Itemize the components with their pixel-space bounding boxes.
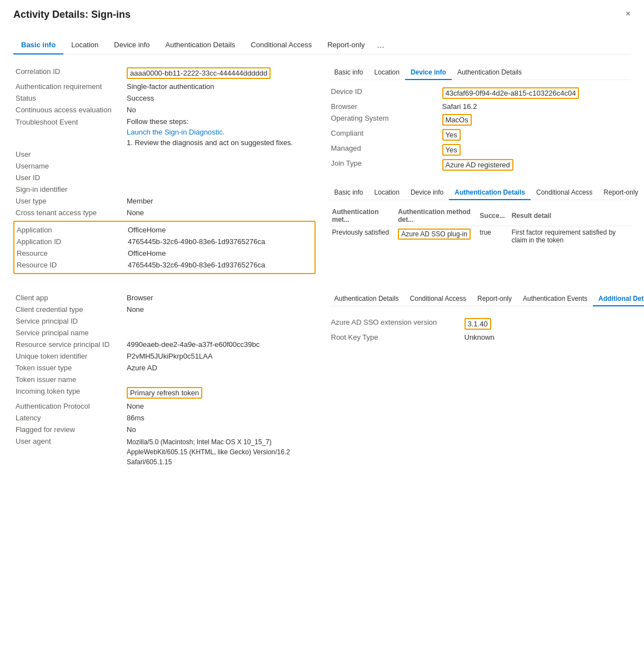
prop-value: Safari 16.2 [440, 101, 631, 112]
tab-authentication-details[interactable]: Authentication Details [158, 36, 243, 54]
left-column: Correlation ID aaaa0000-bb11-2222-33cc-4… [13, 66, 316, 274]
auth-detail-table: Authentication met... Authentication met… [329, 206, 631, 246]
table-row: Managed Yes [329, 142, 631, 157]
panel-title: Activity Details: Sign-ins [13, 9, 131, 21]
table-row: Previously satisfied Azure AD SSO plug-i… [329, 226, 631, 247]
prop-value: Mozilla/5.0 (Macintosh; Intel Mac OS X 1… [124, 435, 316, 469]
prop-label: Unique token identifier [13, 350, 124, 362]
prop-value [124, 327, 316, 339]
auth-sub-tab-auth-details[interactable]: Authentication Details [449, 186, 531, 200]
prop-value: 86ms [124, 412, 316, 424]
sub-tab-device-info[interactable]: Device info [405, 66, 452, 80]
prop-label: Azure AD SSO extension version [329, 316, 462, 331]
table-row: User [13, 148, 316, 160]
incoming-token-type-value: Primary refresh token [127, 387, 202, 399]
prop-label: Managed [329, 142, 440, 157]
table-row: Troubleshoot Event Follow these steps: L… [13, 116, 316, 148]
close-button[interactable]: × [626, 9, 631, 19]
auth-method-cell: Previously satisfied [329, 226, 395, 247]
add-sub-tab-additional-details[interactable]: Additional Details [593, 292, 644, 306]
tabs-more-button[interactable]: ... [377, 40, 384, 50]
tab-device-info[interactable]: Device info [106, 36, 157, 54]
prop-value: Azure AD registered [440, 157, 631, 172]
table-row: Resource ID 4765445b-32c6-49b0-83e6-1d93… [14, 259, 314, 271]
table-row: Latency 86ms [13, 412, 316, 424]
activity-details-panel: Activity Details: Sign-ins × Basic info … [0, 0, 644, 482]
table-row: User ID [13, 172, 316, 183]
bottom-section: Client app Browser Client credential typ… [13, 292, 631, 469]
prop-label: Root Key Type [329, 331, 462, 343]
prop-value [124, 315, 316, 327]
prop-value: Yes [440, 127, 631, 142]
auth-sub-tab-location[interactable]: Location [369, 186, 405, 200]
table-row: Token issuer type Azure AD [13, 362, 316, 374]
prop-value: aaaa0000-bb11-2222-33cc-444444dddddd [124, 66, 316, 81]
prop-value: 4990eaeb-dee2-4a9e-a37f-e60f00cc39bc [124, 339, 316, 350]
prop-label: User [13, 148, 124, 160]
col-header-auth-method-detail: Authentication method det... [395, 206, 476, 226]
device-info-table: Device ID 43cfaf69-0f94-4d2e-a815-c10322… [329, 86, 631, 172]
prop-label: Client app [13, 292, 124, 304]
table-row: Status Success [13, 92, 316, 104]
additional-details-panel: Azure AD SSO extension version 3.1.40 Ro… [329, 312, 631, 348]
table-row: Unique token identifier P2vMH5JUkiPkrp0c… [13, 350, 316, 362]
table-row: Incoming token type Primary refresh toke… [13, 385, 316, 400]
prop-label: Browser [329, 101, 440, 112]
table-row: Token issuer name [13, 374, 316, 385]
add-sub-tab-auth-details[interactable]: Authentication Details [329, 292, 405, 306]
prop-label: Authentication Protocol [13, 400, 124, 412]
table-row: Resource service principal ID 4990eaeb-d… [13, 339, 316, 350]
prop-value [124, 172, 316, 183]
prop-label: Sign-in identifier [13, 183, 124, 195]
col-header-success: Succe... [476, 206, 508, 226]
sub-tab-basic-info[interactable]: Basic info [329, 66, 369, 80]
right-column: Basic info Location Device info Authenti… [329, 66, 631, 274]
prop-label: Cross tenant access type [13, 207, 124, 219]
compliant-value: Yes [442, 129, 461, 141]
prop-label: Service principal ID [13, 315, 124, 327]
additional-details-table: Azure AD SSO extension version 3.1.40 Ro… [329, 316, 631, 343]
prop-value: Primary refresh token [124, 385, 316, 400]
prop-value: 4765445b-32c6-49b0-83e6-1d93765276ca [126, 259, 314, 271]
application-table: Application OfficeHome Application ID 47… [14, 224, 314, 271]
prop-label: Incoming token type [13, 385, 124, 400]
prop-label: Device ID [329, 86, 440, 101]
auth-sub-tab-report-only[interactable]: Report-only [598, 186, 643, 200]
additional-details-sub-tabs: Authentication Details Conditional Acces… [329, 292, 631, 306]
prop-value [124, 148, 316, 160]
prop-label: User agent [13, 435, 124, 469]
tab-report-only[interactable]: Report-only [319, 36, 372, 54]
success-cell: true [476, 226, 508, 247]
prop-value: OfficeHome [126, 247, 314, 259]
add-sub-tab-report-only[interactable]: Report-only [472, 292, 517, 306]
add-sub-tab-auth-events[interactable]: Authentication Events [517, 292, 593, 306]
prop-value: Yes [440, 142, 631, 157]
table-row: Cross tenant access type None [13, 207, 316, 219]
table-row: Device ID 43cfaf69-0f94-4d2e-a815-c10322… [329, 86, 631, 101]
sub-tab-auth-details[interactable]: Authentication Details [452, 66, 527, 80]
table-row: Service principal ID [13, 315, 316, 327]
sign-in-diagnostic-link[interactable]: Launch the Sign-in Diagnostic. [127, 128, 224, 136]
add-sub-tab-conditional[interactable]: Conditional Access [405, 292, 472, 306]
prop-value: None [124, 207, 316, 219]
table-row: Operating System MacOs [329, 112, 631, 127]
auth-sub-tab-conditional[interactable]: Conditional Access [531, 186, 598, 200]
tab-conditional-access[interactable]: Conditional Access [243, 36, 319, 54]
prop-label: Token issuer type [13, 362, 124, 374]
prop-value: 3.1.40 [462, 316, 631, 331]
table-row: Authentication requirement Single-factor… [13, 81, 316, 92]
auth-sub-tab-device-info[interactable]: Device info [405, 186, 449, 200]
table-row: Join Type Azure AD registered [329, 157, 631, 172]
prop-value [124, 160, 316, 172]
tab-location[interactable]: Location [63, 36, 106, 54]
prop-label: Service principal name [13, 327, 124, 339]
auth-sub-tab-basic-info[interactable]: Basic info [329, 186, 369, 200]
tab-basic-info[interactable]: Basic info [13, 36, 63, 54]
prop-label: Latency [13, 412, 124, 424]
prop-label: Username [13, 160, 124, 172]
prop-label: Troubleshoot Event [13, 116, 124, 148]
result-detail-cell: First factor requirement satisfied by cl… [508, 226, 631, 247]
bottom-left-table: Client app Browser Client credential typ… [13, 292, 316, 469]
sub-tab-location[interactable]: Location [369, 66, 405, 80]
table-row: User type Member [13, 195, 316, 207]
